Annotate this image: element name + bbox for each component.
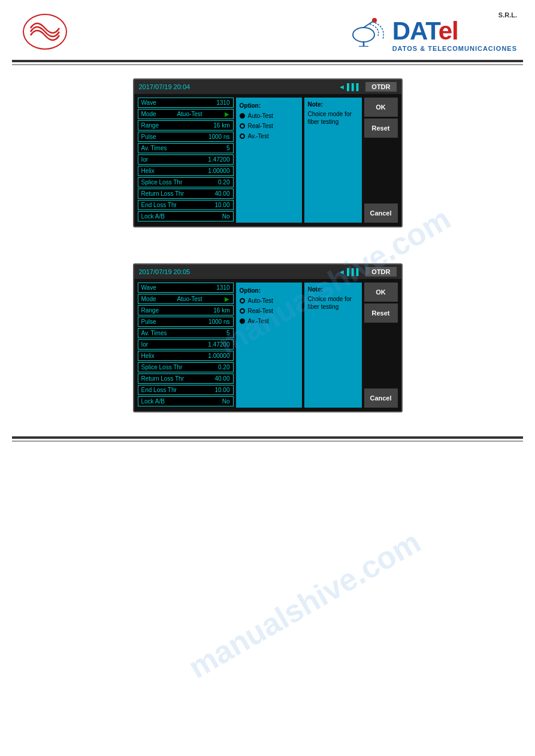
datel-text-block: S.R.L. DATel DATOS & TELECOMUNICACIONES (392, 11, 517, 52)
svg-point-0 (353, 28, 374, 42)
screen1-reset-button[interactable]: Reset (364, 119, 398, 138)
screen2-note: Note: Choice mode for fiber testing (304, 283, 362, 408)
screen2-note-title: Note: (308, 286, 358, 293)
watermark-2: manualshive.com (182, 524, 427, 685)
divider-bottom-thin (12, 441, 523, 442)
s2-param-label-helix: Helix (141, 353, 155, 359)
s2-param-row-lockab[interactable]: Lock A/B No (138, 396, 234, 406)
param-value-mode: Atuo-Test (177, 111, 202, 117)
s2-param-label-avtimes: Av. Times (141, 330, 167, 336)
s2-param-label-pulse: Pulse (141, 318, 156, 325)
param-label-helix: Helix (141, 168, 155, 174)
param-row-ior[interactable]: Ior 1.47200 (138, 154, 234, 165)
s2-param-value-wave: 1310 (216, 284, 229, 291)
s2-param-row-range[interactable]: Range 16 km (138, 305, 234, 315)
param-value-returnloss: 40.00 (214, 190, 229, 197)
screen2-note-text: Choice mode for fiber testing (308, 295, 358, 311)
param-label-returnloss: Return Loss Thr (141, 190, 185, 197)
screen1: 2017/07/19 20:04 ◄ ▌▌▌ OTDR Wave 1310 Mo… (133, 78, 403, 227)
screen2: 2017/07/19 20:05 ◄ ▌▌▌ OTDR Wave 1310 Mo… (133, 263, 403, 412)
s2-param-value-avtimes: 5 (226, 330, 230, 336)
s2-param-row-ior[interactable]: Ior 1.47200 (138, 339, 234, 350)
param-row-returnloss[interactable]: Return Loss Thr 40.00 (138, 189, 234, 199)
s2-param-row-spliceloss[interactable]: Splice Loss Thr 0.20 (138, 362, 234, 372)
s2-param-row-endloss[interactable]: End Loss Thr 10.00 (138, 385, 234, 395)
param-row-pulse[interactable]: Pulse 1000 ns (138, 132, 234, 142)
screen2-buttons: OK Reset Cancel (364, 283, 398, 408)
s2-param-value-range: 16 km (213, 307, 229, 314)
param-row-helix[interactable]: Helix 1.00000 (138, 166, 234, 176)
screen1-radio-avtest (240, 133, 245, 139)
el-text: el (439, 17, 458, 45)
param-row-endloss[interactable]: End Loss Thr 10.00 (138, 200, 234, 210)
param-row-avtimes[interactable]: Av. Times 5 (138, 143, 234, 153)
param-row-mode[interactable]: Mode Atuo-Test ▶ (138, 109, 234, 119)
screen2-content: Wave 1310 Mode Atuo-Test ▶ Range 16 km P… (134, 279, 401, 411)
screen2-option-realtest[interactable]: Real-Test (240, 308, 298, 314)
s2-param-value-helix: 1.00000 (208, 353, 229, 359)
satellite-icon (352, 17, 388, 47)
param-value-lockab: No (222, 213, 230, 220)
s2-param-label-range: Range (141, 307, 159, 314)
s2-param-label-lockab: Lock A/B (141, 398, 165, 405)
datel-brand: S.R.L. DATel DATOS & TELECOMUNICACIONES (352, 11, 517, 52)
screen1-params: Wave 1310 Mode Atuo-Test ▶ Range 16 km P… (138, 98, 234, 223)
screen1-label-avtest: Av.-Test (248, 133, 269, 139)
dat-text: DAT (392, 17, 439, 45)
screen2-otdr-badge: OTDR (365, 267, 396, 277)
param-value-helix: 1.00000 (208, 168, 229, 174)
screen2-label-avtest: Av.-Test (248, 318, 269, 324)
s2-param-label-endloss: End Loss Thr (141, 387, 177, 393)
param-row-lockab[interactable]: Lock A/B No (138, 211, 234, 221)
screen1-option-avtest[interactable]: Av.-Test (240, 133, 298, 139)
logo-left (18, 11, 72, 53)
screen2-option-autotest[interactable]: Auto-Test (240, 297, 298, 304)
s2-param-arrow-mode: ▶ (225, 296, 229, 302)
screen2-radio-avtest (240, 318, 245, 324)
s2-param-value-spliceloss: 0.20 (218, 364, 229, 371)
s2-param-row-helix[interactable]: Helix 1.00000 (138, 351, 234, 361)
screen1-option-realtest[interactable]: Real-Test (240, 123, 298, 129)
screen1-timestamp: 2017/07/19 20:04 (139, 83, 191, 90)
screen1-cancel-button[interactable]: Cancel (364, 204, 398, 223)
s2-param-row-wave[interactable]: Wave 1310 (138, 283, 234, 293)
screen2-reset-button[interactable]: Reset (364, 303, 398, 323)
s2-param-row-mode[interactable]: Mode Atuo-Test ▶ (138, 294, 234, 304)
screen1-topbar-right: ◄ ▌▌▌ OTDR (338, 82, 397, 92)
param-label-range: Range (141, 122, 159, 129)
param-row-spliceloss[interactable]: Splice Loss Thr 0.20 (138, 177, 234, 187)
screen2-label-autotest: Auto-Test (248, 297, 273, 304)
param-value-ior: 1.47200 (208, 156, 229, 163)
s2-param-value-pulse: 1000 ns (208, 318, 230, 325)
param-row-wave[interactable]: Wave 1310 (138, 98, 234, 108)
param-label-lockab: Lock A/B (141, 213, 165, 220)
screen2-cancel-button[interactable]: Cancel (364, 388, 398, 408)
s2-param-row-avtimes[interactable]: Av. Times 5 (138, 328, 234, 338)
param-row-range[interactable]: Range 16 km (138, 120, 234, 130)
screen2-ok-button[interactable]: OK (364, 283, 398, 302)
logo-right: S.R.L. DATel DATOS & TELECOMUNICACIONES (352, 11, 517, 52)
s2-param-label-returnloss: Return Loss Thr (141, 375, 185, 382)
bottom-dividers (0, 436, 535, 442)
s2-param-value-returnloss: 40.00 (214, 375, 229, 382)
datel-logo: DATel (392, 19, 517, 44)
s2-param-value-ior: 1.47200 (208, 341, 229, 348)
screen1-topbar: 2017/07/19 20:04 ◄ ▌▌▌ OTDR (134, 80, 401, 94)
screen2-option-avtest[interactable]: Av.-Test (240, 318, 298, 324)
param-label-wave: Wave (141, 99, 156, 106)
screen1-option-autotest[interactable]: Auto-Test (240, 113, 298, 119)
screen1-label-realtest: Real-Test (248, 123, 273, 129)
screen2-radio-autotest (240, 298, 245, 303)
s2-param-value-lockab: No (222, 398, 230, 405)
screen1-radio-realtest (240, 123, 245, 129)
screen1-radio-autotest (240, 113, 245, 119)
screen1-ok-button[interactable]: OK (364, 98, 398, 117)
screen2-topbar: 2017/07/19 20:05 ◄ ▌▌▌ OTDR (134, 265, 401, 279)
screen2-option-title: Option: (240, 287, 298, 294)
s2-param-row-returnloss[interactable]: Return Loss Thr 40.00 (138, 374, 234, 384)
logo-circle (23, 14, 67, 50)
param-value-range: 16 km (213, 122, 229, 129)
s2-param-row-pulse[interactable]: Pulse 1000 ns (138, 317, 234, 327)
param-value-wave: 1310 (216, 99, 229, 106)
screen1-content: Wave 1310 Mode Atuo-Test ▶ Range 16 km P… (134, 94, 401, 226)
